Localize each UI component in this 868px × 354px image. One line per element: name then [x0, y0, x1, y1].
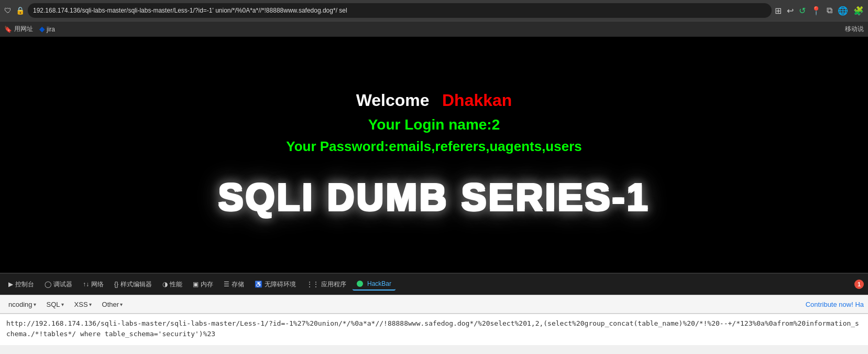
- bookmarks-bar: 🔖 用网址 ◆ jira 移动说: [0, 21, 868, 37]
- devtools-apps[interactable]: ⋮⋮ 应用程序: [302, 278, 350, 291]
- xss-label: XSS: [74, 301, 88, 308]
- network-icon: ↑↓: [83, 281, 89, 288]
- style-icon: {}: [114, 281, 118, 288]
- address-bar[interactable]: 192.168.174.136/sqli-labs-master/sqli-la…: [28, 3, 772, 18]
- jira-icon: ◆: [39, 25, 45, 33]
- devtools-memory[interactable]: ▣ 内存: [189, 278, 217, 291]
- sqli-logo: SQLI DUMB SERIES-1: [218, 176, 650, 219]
- bookmarks-right-label: 移动说: [845, 25, 864, 33]
- devtools-accessibility[interactable]: ♿ 无障碍环境: [250, 278, 300, 291]
- apps-label: 应用程序: [321, 280, 346, 289]
- main-content: Welcome Dhakkan Your Login name:2 Your P…: [0, 37, 868, 273]
- debugger-label: 调试器: [53, 280, 72, 289]
- lock-icon: 🔒: [16, 6, 25, 15]
- address-text: 192.168.174.136/sqli-labs-master/sqli-la…: [33, 7, 347, 14]
- hackbar-dot-icon: [357, 281, 363, 287]
- grid-icon[interactable]: ⊞: [775, 6, 782, 16]
- apps-icon: ⋮⋮: [306, 281, 319, 288]
- welcome-line: Welcome Dhakkan: [356, 91, 512, 110]
- xss-dropdown[interactable]: XSS ▾: [70, 298, 96, 310]
- puzzle-icon: 🧩: [853, 6, 864, 16]
- sql-label: SQL: [47, 301, 60, 308]
- other-dropdown[interactable]: Other ▾: [98, 298, 127, 310]
- debugger-icon: ◯: [45, 281, 51, 288]
- hackbar-label: HackBar: [367, 280, 391, 287]
- refresh-icon[interactable]: ↺: [799, 6, 806, 16]
- sql-arrow-icon: ▾: [61, 302, 64, 307]
- devtools-style-editor[interactable]: {} 样式编辑器: [110, 278, 156, 291]
- bookmark-jira[interactable]: ◆ jira: [39, 25, 55, 33]
- wangzhi-label: 用网址: [14, 25, 33, 34]
- contribute-link[interactable]: Contribute now! Ha: [806, 301, 864, 308]
- devtools-right: 1: [854, 280, 864, 289]
- wangzhi-icon: 🔖: [4, 26, 12, 33]
- devtools-performance[interactable]: ◑ 性能: [158, 278, 186, 291]
- browser-chrome: 🛡 🔒 192.168.174.136/sqli-labs-master/sql…: [0, 0, 868, 21]
- shield-icon: 🛡: [4, 6, 12, 15]
- jira-label: jira: [47, 26, 55, 33]
- browser-nav-icons: 🛡 🔒: [4, 6, 25, 15]
- globe-icon: 🌐: [838, 6, 848, 16]
- hackbar-toolbar: ncoding ▾ SQL ▾ XSS ▾ Other ▾ Contribute…: [0, 295, 868, 314]
- perf-icon: ◑: [162, 281, 168, 288]
- perf-label: 性能: [170, 280, 182, 289]
- devtools-hackbar[interactable]: HackBar: [353, 278, 395, 291]
- other-arrow-icon: ▾: [120, 302, 123, 307]
- browser-right-icons: ⊞ ↩ ↺ 📍 ⧉ 🌐 🧩: [775, 6, 864, 16]
- storage-label: 存储: [232, 280, 244, 289]
- console-icon: ▶: [8, 281, 13, 288]
- accessibility-label: 无障碍环境: [265, 280, 296, 289]
- welcome-name: Dhakkan: [442, 91, 512, 110]
- other-label: Other: [102, 301, 119, 308]
- url-input-text[interactable]: http://192.168.174.136/sqli-labs-master/…: [6, 318, 862, 339]
- location-icon: 📍: [811, 6, 821, 16]
- login-name-text: Your Login name:2: [368, 116, 500, 133]
- back-icon[interactable]: ↩: [787, 6, 794, 16]
- storage-icon: ☰: [224, 281, 229, 288]
- encoding-label: ncoding: [8, 301, 32, 308]
- network-label: 网络: [91, 280, 104, 289]
- bookmarks-right: 移动说: [845, 25, 864, 34]
- xss-arrow-icon: ▾: [89, 302, 92, 307]
- bookmark-wangzhi[interactable]: 🔖 用网址: [4, 25, 33, 34]
- console-label: 控制台: [15, 280, 34, 289]
- devtools-network[interactable]: ↑↓ 网络: [79, 278, 108, 291]
- window-icon[interactable]: ⧉: [827, 6, 832, 15]
- devtools-debugger[interactable]: ◯ 调试器: [40, 278, 76, 291]
- memory-icon: ▣: [193, 281, 199, 288]
- style-label: 样式编辑器: [120, 280, 152, 289]
- accessibility-icon: ♿: [255, 281, 262, 288]
- encoding-arrow-icon: ▾: [34, 302, 36, 307]
- warning-badge: 1: [854, 280, 864, 289]
- sql-dropdown[interactable]: SQL ▾: [42, 298, 68, 310]
- password-text: Your Password:emails,referers,uagents,us…: [286, 138, 582, 155]
- memory-label: 内存: [201, 280, 213, 289]
- welcome-label: Welcome: [356, 91, 430, 110]
- devtools-storage[interactable]: ☰ 存储: [219, 278, 248, 291]
- devtools-console[interactable]: ▶ 控制台: [4, 278, 38, 291]
- devtools-bar: ▶ 控制台 ◯ 调试器 ↑↓ 网络 {} 样式编辑器 ◑ 性能 ▣ 内存 ☰ 存…: [0, 273, 868, 295]
- url-input-area[interactable]: http://192.168.174.136/sqli-labs-master/…: [0, 314, 868, 345]
- encoding-dropdown[interactable]: ncoding ▾: [4, 298, 40, 310]
